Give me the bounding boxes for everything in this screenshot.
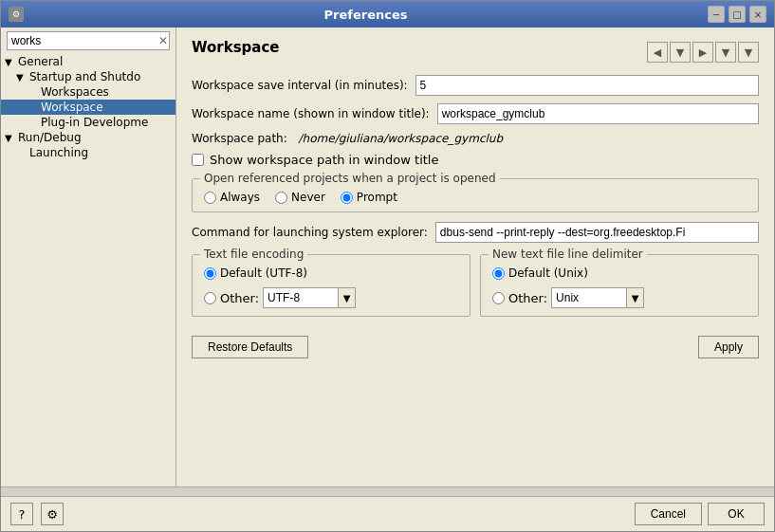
tree-toggle-rundebug: ▼ bbox=[5, 133, 18, 143]
delimiter-select-wrap: ▼ bbox=[551, 287, 644, 308]
save-interval-input[interactable] bbox=[415, 75, 759, 96]
main-area: Workspace ◀ ▼ ▶ ▼ ▼ Workspace save inter… bbox=[176, 28, 774, 496]
content-area: ✕ ▼ General ▼ Startup and Shutdo Workspa… bbox=[1, 28, 774, 496]
encoding-default-item: Default (UTF-8) bbox=[204, 266, 458, 280]
panel-actions: Restore Defaults Apply bbox=[192, 336, 759, 358]
sidebar-item-launching-label: Launching bbox=[29, 146, 88, 159]
workspace-path-value: /home/giuliana/workspace_gymclub bbox=[299, 132, 504, 145]
delimiter-other-item: Other: ▼ bbox=[492, 287, 747, 308]
nav-back-button[interactable]: ◀ bbox=[647, 42, 668, 63]
nav-back-dropdown-button[interactable]: ▼ bbox=[670, 42, 691, 63]
help-icon: ? bbox=[19, 507, 26, 522]
encoding-dropdown-arrow[interactable]: ▼ bbox=[339, 287, 356, 308]
encoding-delimiter-groups: Text file encoding Default (UTF-8) Other… bbox=[192, 254, 759, 326]
tree-toggle-workspaces bbox=[28, 87, 41, 98]
encoding-default-radio[interactable] bbox=[204, 267, 216, 280]
workspace-path-label: Workspace path: bbox=[192, 132, 287, 145]
sidebar-item-startup-label: Startup and Shutdo bbox=[29, 70, 140, 83]
command-row: Command for launching system explorer: bbox=[192, 222, 759, 243]
nav-menu-button[interactable]: ▼ bbox=[738, 42, 759, 63]
sidebar-item-workspace-label: Workspace bbox=[41, 101, 103, 114]
encoding-group-title: Text file encoding bbox=[200, 248, 307, 261]
sidebar-item-workspaces[interactable]: Workspaces bbox=[1, 84, 175, 100]
footer: ? ⚙ Cancel OK bbox=[1, 496, 774, 531]
workspace-name-row: Workspace name (shown in window title): bbox=[192, 103, 759, 124]
main-scrollbar-h[interactable] bbox=[176, 486, 774, 496]
search-clear-button[interactable]: ✕ bbox=[158, 34, 168, 47]
radio-always[interactable] bbox=[204, 192, 216, 204]
delimiter-dropdown-arrow[interactable]: ▼ bbox=[627, 287, 644, 308]
nav-forward-dropdown-button[interactable]: ▼ bbox=[715, 42, 736, 63]
restore-defaults-button[interactable]: Restore Defaults bbox=[192, 336, 308, 358]
radio-always-item: Always bbox=[204, 191, 260, 204]
sidebar-item-general[interactable]: ▼ General bbox=[1, 54, 175, 69]
encoding-other-radio[interactable] bbox=[204, 292, 216, 304]
radio-prompt-item: Prompt bbox=[341, 191, 397, 204]
tree-toggle-general: ▼ bbox=[5, 57, 18, 67]
radio-prompt-label: Prompt bbox=[357, 191, 397, 204]
sidebar-content: ✕ ▼ General ▼ Startup and Shutdo Workspa… bbox=[1, 28, 176, 486]
help-button[interactable]: ? bbox=[10, 503, 33, 525]
encoding-select-input[interactable] bbox=[263, 287, 339, 308]
radio-never-label: Never bbox=[291, 191, 325, 204]
encoding-group: Text file encoding Default (UTF-8) Other… bbox=[192, 254, 471, 317]
window-title: Preferences bbox=[24, 8, 708, 22]
open-projects-group-title: Open referenced projects when a project … bbox=[200, 172, 500, 185]
delimiter-other-radio[interactable] bbox=[492, 292, 505, 304]
radio-never-item: Never bbox=[275, 191, 325, 204]
sidebar-item-rundebug-label: Run/Debug bbox=[18, 131, 82, 144]
sidebar-item-workspace[interactable]: Workspace bbox=[1, 100, 175, 115]
encoding-other-item: Other: ▼ bbox=[204, 287, 458, 308]
delimiter-default-item: Default (Unix) bbox=[492, 266, 747, 280]
ok-button[interactable]: OK bbox=[708, 503, 765, 525]
settings-button[interactable]: ⚙ bbox=[41, 503, 64, 525]
nav-forward-button[interactable]: ▶ bbox=[692, 42, 713, 63]
radio-prompt[interactable] bbox=[341, 192, 353, 204]
search-input[interactable] bbox=[7, 31, 170, 50]
footer-right: Cancel OK bbox=[635, 503, 765, 525]
command-label: Command for launching system explorer: bbox=[192, 226, 428, 239]
encoding-other-label: Other: bbox=[220, 291, 259, 305]
nav-buttons: ◀ ▼ ▶ ▼ ▼ bbox=[647, 42, 759, 63]
search-area: ✕ bbox=[1, 28, 175, 54]
delimiter-group: New text file line delimiter Default (Un… bbox=[480, 254, 759, 317]
sidebar-item-rundebug[interactable]: ▼ Run/Debug bbox=[1, 130, 175, 145]
show-path-label: Show workspace path in window title bbox=[210, 153, 438, 167]
sidebar-item-plugin[interactable]: Plug-in Developme bbox=[1, 115, 175, 130]
workspace-name-input[interactable] bbox=[437, 103, 759, 124]
restore-button[interactable]: □ bbox=[729, 6, 746, 23]
preferences-dialog: ⚙ Preferences − □ × ✕ ▼ bbox=[0, 0, 775, 532]
radio-always-label: Always bbox=[220, 191, 260, 204]
workspace-name-label: Workspace name (shown in window title): bbox=[192, 107, 430, 120]
tree-toggle-launching bbox=[16, 148, 29, 158]
apply-button[interactable]: Apply bbox=[698, 336, 759, 358]
panel-title: Workspace bbox=[192, 39, 280, 56]
sidebar-item-workspaces-label: Workspaces bbox=[41, 85, 109, 99]
delimiter-group-title: New text file line delimiter bbox=[489, 248, 647, 261]
delimiter-default-radio[interactable] bbox=[492, 267, 505, 280]
sidebar-scrollbar-h[interactable] bbox=[1, 486, 176, 496]
app-icon: ⚙ bbox=[9, 7, 24, 22]
show-path-checkbox[interactable] bbox=[192, 154, 204, 166]
delimiter-select-input[interactable] bbox=[551, 287, 627, 308]
main-panel: Workspace ◀ ▼ ▶ ▼ ▼ Workspace save inter… bbox=[176, 28, 774, 486]
search-wrap: ✕ bbox=[7, 31, 170, 50]
save-interval-row: Workspace save interval (in minutes): bbox=[192, 75, 759, 96]
delimiter-default-label: Default (Unix) bbox=[508, 266, 588, 280]
show-path-row: Show workspace path in window title bbox=[192, 153, 759, 167]
cancel-button[interactable]: Cancel bbox=[635, 503, 702, 525]
sidebar-item-launching[interactable]: Launching bbox=[1, 145, 175, 160]
command-input[interactable] bbox=[435, 222, 759, 243]
radio-never[interactable] bbox=[275, 192, 287, 204]
sidebar-item-plugin-label: Plug-in Developme bbox=[41, 116, 148, 129]
open-projects-group: Open referenced projects when a project … bbox=[192, 178, 759, 212]
sidebar-item-startup[interactable]: ▼ Startup and Shutdo bbox=[1, 69, 175, 84]
sidebar: ✕ ▼ General ▼ Startup and Shutdo Workspa… bbox=[1, 28, 176, 496]
workspace-path-row: Workspace path: /home/giuliana/workspace… bbox=[192, 132, 759, 145]
window-buttons: − □ × bbox=[708, 6, 766, 23]
minimize-button[interactable]: − bbox=[708, 6, 725, 23]
close-button[interactable]: × bbox=[749, 6, 766, 23]
panel-header: Workspace ◀ ▼ ▶ ▼ ▼ bbox=[192, 39, 759, 65]
title-bar: ⚙ Preferences − □ × bbox=[1, 1, 774, 28]
tree-toggle-plugin bbox=[28, 118, 41, 128]
